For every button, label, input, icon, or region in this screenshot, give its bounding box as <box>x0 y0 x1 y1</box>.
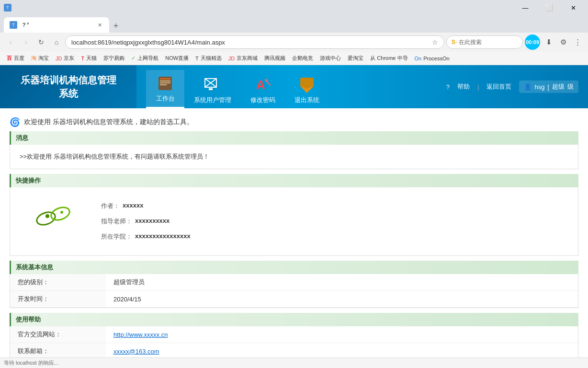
url-bar[interactable]: localhost:8619/netiqpxjgxxglxthsg8014W1A… <box>65 35 444 49</box>
user-name: hsg <box>534 83 544 91</box>
bookmark-tianmao[interactable]: T 天猫 <box>78 54 100 63</box>
bookmark-game[interactable]: 游戏中心 <box>317 54 344 63</box>
user-info: 👤 hsg [超级级 <box>519 80 578 93</box>
system-info-table: 您的级别： 超级管理员 开发时间： 2020/4/15 <box>10 274 578 308</box>
svg-rect-8 <box>209 88 213 90</box>
author-label: 作者： <box>101 202 120 210</box>
help-table: 官方交流网站： http://www.xxxxx.cn 联系邮箱： xxxxx@… <box>10 326 578 360</box>
svg-rect-3 <box>160 82 170 83</box>
extensions-button[interactable]: ⚙ <box>556 35 570 49</box>
svg-point-17 <box>45 214 49 218</box>
bookmark-esports[interactable]: 企鹅电竞 <box>289 54 316 63</box>
tab-close-button[interactable]: ✕ <box>96 21 103 29</box>
author-value: xxxxxx <box>123 202 143 210</box>
users-icon <box>203 75 222 94</box>
return-home-link[interactable]: 返回首页 <box>486 82 511 91</box>
bookmark-star-icon[interactable]: ☆ <box>432 38 438 46</box>
nav-users[interactable]: 系统用户管理 <box>184 70 241 108</box>
app-header: 乐器培训机构信息管理 系统 工作台 <box>0 65 588 108</box>
browser-frame: T — ⬜ ✕ T ？° ✕ + ‹ › ↻ ⌂ localhost:8619/… <box>0 0 588 368</box>
bookmark-processon[interactable]: On ProcessOn <box>412 55 452 62</box>
nav-password[interactable]: A 修改密码 <box>241 70 285 108</box>
bookmark-suning[interactable]: 苏宁易购 <box>101 54 127 63</box>
svg-rect-1 <box>160 78 170 80</box>
maximize-button[interactable]: ⬜ <box>538 0 560 15</box>
bookmark-nav[interactable]: ✓ 上网导航 <box>128 54 161 63</box>
bookmark-jd-label: 京东 <box>64 55 74 62</box>
close-button[interactable]: ✕ <box>562 0 584 15</box>
bookmarks-bar: 百 百度 淘 淘宝 JD 京东 T 天猫 苏宁易购 ✓ 上网导航 NOW直播 T… <box>0 52 588 65</box>
bookmark-baidu[interactable]: 百 百度 <box>4 54 27 63</box>
system-info-header: 系统基本信息 <box>10 261 578 274</box>
app-header-right: ? 帮助 | 返回首页 👤 hsg [超级级 <box>437 65 588 108</box>
bookmark-now[interactable]: NOW直播 <box>162 54 192 63</box>
help-link[interactable]: 帮助 <box>457 82 470 91</box>
college-row: 所在学院： xxxxxxxxxxxxxxxx <box>101 232 191 241</box>
bookmark-tianmao-label: 天猫 <box>86 55 97 62</box>
website-label: 官方交流网站： <box>10 326 106 343</box>
workbench-icon <box>156 74 175 92</box>
website-link[interactable]: http://www.xxxxx.cn <box>113 331 168 338</box>
supervisor-row: 指导老师： xxxxxxxxxx <box>101 217 191 226</box>
minimize-button[interactable]: — <box>514 0 536 15</box>
bookmark-taobao-label: 淘宝 <box>38 55 49 62</box>
message-content: >>欢迎使用 乐器培训机构信息管理系统，有问题请联系系统管理员！ <box>15 150 573 164</box>
baidu-icon: 百 <box>7 55 12 62</box>
quick-ops-section: 快捷操作 <box>10 174 578 256</box>
bookmark-aitaobao[interactable]: 爱淘宝 <box>345 54 366 63</box>
search-placeholder: 在此搜索 <box>459 38 482 46</box>
page-content: 乐器培训机构信息管理 系统 工作台 <box>0 65 588 368</box>
svg-point-15 <box>35 210 57 227</box>
welcome-icon: 🌀 <box>10 117 20 127</box>
bookmark-tencent-video[interactable]: 腾讯视频 <box>261 54 288 63</box>
system-info-body: 您的级别： 超级管理员 开发时间： 2020/4/15 <box>10 274 578 308</box>
bookmark-tianmaojx[interactable]: T 天猫精选 <box>192 54 225 63</box>
status-bar: 等待 localhost 的响应... <box>0 357 588 368</box>
email-link[interactable]: xxxxx@163.com <box>113 348 159 355</box>
esports-icon: 企鹅电竞 <box>292 55 313 62</box>
back-button[interactable]: ‹ <box>4 35 17 49</box>
devtime-value: 2020/4/15 <box>106 291 578 308</box>
help-section-header: 使用帮助 <box>10 313 578 326</box>
user-avatar-icon: 👤 <box>524 83 531 91</box>
bookmark-chrome-import[interactable]: 从 Chrome 中导 <box>367 54 410 63</box>
active-tab[interactable]: T ？° ✕ <box>4 17 109 33</box>
bookmark-nav-label: 上网导航 <box>137 55 158 62</box>
svg-point-18 <box>60 211 63 214</box>
welcome-text: 欢迎使用 乐器培训机构信息管理系统，建站的首选工具。 <box>24 118 193 126</box>
browser-favicon: T <box>4 4 11 12</box>
search-box[interactable]: S· 在此搜索 <box>446 35 523 49</box>
bookmark-processon-label: ProcessOn <box>423 56 449 61</box>
bookmark-taobao[interactable]: 淘 淘宝 <box>28 54 52 63</box>
home-button[interactable]: ⌂ <box>50 35 63 49</box>
tab-title: ？° <box>21 21 92 29</box>
menu-button[interactable]: ⋮ <box>571 35 584 49</box>
forward-button[interactable]: › <box>19 35 33 49</box>
welcome-bar: 🌀 欢迎使用 乐器培训机构信息管理系统，建站的首选工具。 <box>10 113 578 131</box>
new-tab-button[interactable]: + <box>109 19 123 33</box>
bookmark-jdshop[interactable]: JD 京东商城 <box>226 54 260 63</box>
nav-logout[interactable]: 退出系统 <box>285 70 329 108</box>
user-role: 超级 <box>552 82 565 91</box>
nav-icon-bm: ✓ <box>131 55 136 61</box>
now-icon: NOW直播 <box>165 55 189 62</box>
svg-text:A: A <box>256 78 265 92</box>
suning-icon: 苏宁易购 <box>103 55 124 62</box>
supervisor-label: 指导老师： <box>101 217 132 226</box>
password-icon: A <box>253 75 272 94</box>
supervisor-value: xxxxxxxxxx <box>135 217 170 226</box>
svg-rect-4 <box>160 84 167 85</box>
tianmao-icon: T <box>81 56 84 61</box>
nav-workbench[interactable]: 工作台 <box>146 70 184 108</box>
author-info: 作者： xxxxxx 指导老师： xxxxxxxxxx 所在学院： xxxxxx… <box>101 202 191 241</box>
svg-point-16 <box>49 205 71 222</box>
college-value: xxxxxxxxxxxxxxxx <box>135 232 191 241</box>
aitaobao-icon: 爱淘宝 <box>348 55 363 62</box>
tianmaojx-icon: T <box>195 56 199 61</box>
game-icon: 游戏中心 <box>320 55 341 62</box>
refresh-button[interactable]: ↻ <box>34 35 48 49</box>
bookmark-jd[interactable]: JD 京东 <box>53 54 77 63</box>
taobao-icon: 淘 <box>31 55 36 62</box>
quick-ops-body: 作者： xxxxxx 指导老师： xxxxxxxxxx 所在学院： xxxxxx… <box>10 187 578 256</box>
downloads-button[interactable]: ⬇ <box>542 35 555 49</box>
